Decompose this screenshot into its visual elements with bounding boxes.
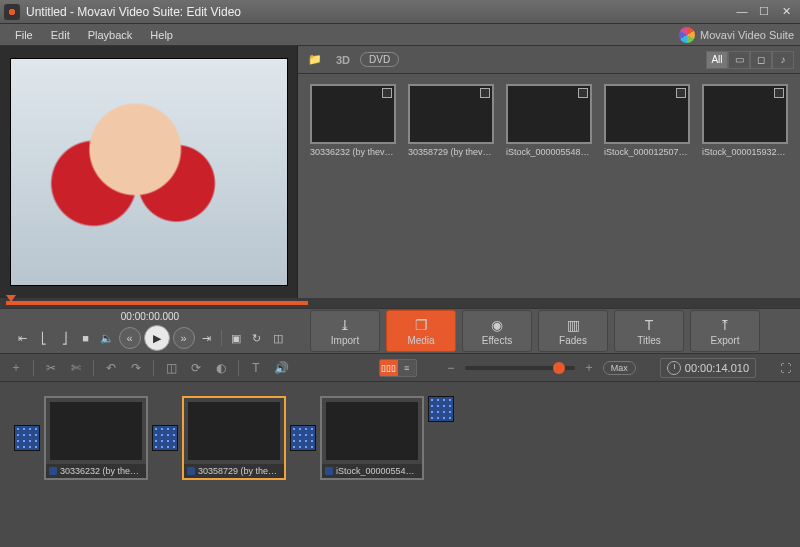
clip-box[interactable]: 30358729 (by thevas... xyxy=(182,396,286,480)
clip-type-icon xyxy=(325,467,333,475)
controls-row: 00:00:00.000 ⇤ ⎣ ⎦ ■ 🔈 « ▶ » ⇥ ▣ ↻ ◫ ⤓Im… xyxy=(0,308,800,354)
prev-frame-icon[interactable]: « xyxy=(119,327,141,349)
clip-image xyxy=(46,398,146,464)
mode-tabs: ⤓Import ❐Media ◉Effects ▥Fades TTitles ⤒… xyxy=(300,310,800,352)
split-icon[interactable]: ✂ xyxy=(41,358,61,378)
rotate-icon[interactable]: ⟳ xyxy=(186,358,206,378)
tab-titles[interactable]: TTitles xyxy=(614,310,684,352)
seek-track xyxy=(6,301,308,305)
snapshot-icon[interactable]: ▣ xyxy=(227,329,245,347)
maximize-button[interactable]: ☐ xyxy=(754,5,774,19)
stop-icon[interactable]: ■ xyxy=(77,329,95,347)
clip-label: 30358729 (by thevas... xyxy=(198,466,281,476)
fullscreen-icon[interactable]: ⛶ xyxy=(776,359,794,377)
tab-export[interactable]: ⤒Export xyxy=(690,310,760,352)
mark-in-icon[interactable]: ⎣ xyxy=(35,329,53,347)
titlebar: Untitled - Movavi Video Suite: Edit Vide… xyxy=(0,0,800,24)
add-clip-icon[interactable]: ＋ xyxy=(6,358,26,378)
view-video-icon[interactable]: ▭ xyxy=(728,51,750,69)
storyboard-clip[interactable]: 30336232 (by thevas... xyxy=(10,396,148,480)
dvd-button[interactable]: DVD xyxy=(360,52,399,67)
view-mode-group: All ▭ ◻ ♪ xyxy=(706,51,794,69)
thumb-label: iStock_000012507492L... xyxy=(604,147,690,157)
zoom-in-icon[interactable]: ＋ xyxy=(579,358,599,378)
thumb-badge-icon xyxy=(774,88,784,98)
text-tool-icon[interactable]: T xyxy=(246,358,266,378)
thumb-badge-icon xyxy=(480,88,490,98)
fades-icon: ▥ xyxy=(567,317,580,333)
zoom-handle[interactable] xyxy=(553,362,565,374)
tab-fades[interactable]: ▥Fades xyxy=(538,310,608,352)
menu-edit[interactable]: Edit xyxy=(42,27,79,43)
minimize-button[interactable]: — xyxy=(732,5,752,19)
zoom-slider[interactable] xyxy=(465,366,575,370)
timeline-toolbar: ＋ ✂ ✄ ↶ ↷ ◫ ⟳ ◐ T 🔊 ▯▯▯ ≡ − ＋ Max 00:00:… xyxy=(0,354,800,382)
color-icon[interactable]: ◐ xyxy=(211,358,231,378)
crop-icon[interactable]: ◫ xyxy=(269,329,287,347)
export-icon: ⤒ xyxy=(719,317,731,333)
storyboard[interactable]: 30336232 (by thevas...30358729 (by theva… xyxy=(0,382,800,547)
transition-slot[interactable] xyxy=(14,425,40,451)
clip-label: iStock_000005548891... xyxy=(336,466,419,476)
view-image-icon[interactable]: ◻ xyxy=(750,51,772,69)
thumb-image xyxy=(506,84,592,144)
storyboard-clip[interactable]: iStock_000005548891... xyxy=(286,396,424,480)
media-thumb[interactable]: iStock_000005548891S... xyxy=(504,84,594,157)
duration-readout: 00:00:14.010 xyxy=(660,358,756,378)
zoom-out-icon[interactable]: − xyxy=(441,358,461,378)
tab-effects[interactable]: ◉Effects xyxy=(462,310,532,352)
transition-slot[interactable] xyxy=(152,425,178,451)
storyboard-clip[interactable]: 30358729 (by thevas... xyxy=(148,396,286,480)
playhead-icon[interactable] xyxy=(6,295,16,302)
loop-icon[interactable]: ↻ xyxy=(248,329,266,347)
thumb-badge-icon xyxy=(676,88,686,98)
media-thumb[interactable]: iStock_000012507492L... xyxy=(602,84,692,157)
media-thumb[interactable]: iStock_000015932031S... xyxy=(700,84,790,157)
timeline-view-toggle: ▯▯▯ ≡ xyxy=(379,359,417,377)
zoom-control: − ＋ Max xyxy=(441,358,636,378)
timecode: 00:00:00.000 xyxy=(121,311,179,322)
cut-icon[interactable]: ✄ xyxy=(66,358,86,378)
transition-slot[interactable] xyxy=(290,425,316,451)
transition-slot[interactable] xyxy=(428,396,454,422)
play-button[interactable]: ▶ xyxy=(144,325,170,351)
tab-media[interactable]: ❐Media xyxy=(386,310,456,352)
close-button[interactable]: ✕ xyxy=(776,5,796,19)
media-thumb[interactable]: 30358729 (by thevasy... xyxy=(406,84,496,157)
timeline-view-icon[interactable]: ≡ xyxy=(398,360,416,376)
mute-icon[interactable]: 🔈 xyxy=(98,329,116,347)
crop-tool-icon[interactable]: ◫ xyxy=(161,358,181,378)
clip-type-icon xyxy=(49,467,57,475)
goto-start-icon[interactable]: ⇤ xyxy=(14,329,32,347)
menu-file[interactable]: File xyxy=(6,27,42,43)
clip-type-icon xyxy=(187,467,195,475)
preview-image[interactable] xyxy=(10,58,288,286)
menu-playback[interactable]: Playback xyxy=(79,27,142,43)
thumb-label: 30358729 (by thevasy... xyxy=(408,147,494,157)
zoom-max-button[interactable]: Max xyxy=(603,361,636,375)
undo-icon[interactable]: ↶ xyxy=(101,358,121,378)
tab-import[interactable]: ⤓Import xyxy=(310,310,380,352)
view-audio-icon[interactable]: ♪ xyxy=(772,51,794,69)
thumb-image xyxy=(702,84,788,144)
clip-box[interactable]: 30336232 (by thevas... xyxy=(44,396,148,480)
media-panel: 📁 3D DVD All ▭ ◻ ♪ 30336232 (by thevasy.… xyxy=(298,46,800,298)
goto-end-icon[interactable]: ⇥ xyxy=(198,329,216,347)
open-folder-icon[interactable]: 📁 xyxy=(304,51,326,69)
3d-toggle[interactable]: 3D xyxy=(332,54,354,66)
clock-icon xyxy=(667,361,681,375)
media-toolbar: 📁 3D DVD All ▭ ◻ ♪ xyxy=(298,46,800,74)
redo-icon[interactable]: ↷ xyxy=(126,358,146,378)
menu-help[interactable]: Help xyxy=(141,27,182,43)
view-all-button[interactable]: All xyxy=(706,51,728,69)
next-frame-icon[interactable]: » xyxy=(173,327,195,349)
thumb-label: iStock_000015932031S... xyxy=(702,147,788,157)
storyboard-view-icon[interactable]: ▯▯▯ xyxy=(380,360,398,376)
audio-tool-icon[interactable]: 🔊 xyxy=(271,358,291,378)
titles-icon: T xyxy=(645,317,654,333)
mark-out-icon[interactable]: ⎦ xyxy=(56,329,74,347)
seek-bar[interactable] xyxy=(0,298,800,308)
clip-box[interactable]: iStock_000005548891... xyxy=(320,396,424,480)
playback-controls: 00:00:00.000 ⇤ ⎣ ⎦ ■ 🔈 « ▶ » ⇥ ▣ ↻ ◫ xyxy=(0,309,300,353)
media-thumb[interactable]: 30336232 (by thevasy... xyxy=(308,84,398,157)
